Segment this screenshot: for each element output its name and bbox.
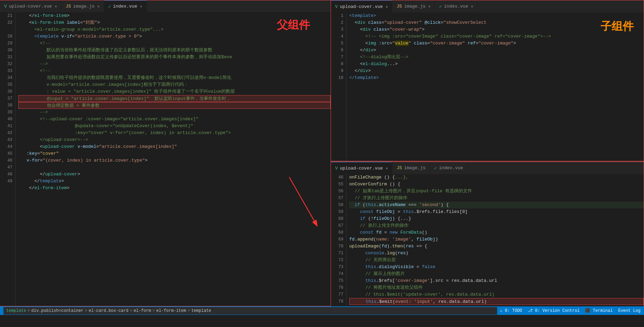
close-icon-rt2[interactable]: ✕ bbox=[428, 4, 431, 9]
close-icon-left2[interactable]: ✕ bbox=[97, 4, 100, 9]
status-todo[interactable]: ⚠ 0: TODO bbox=[500, 308, 522, 313]
arrow-indicator bbox=[282, 174, 324, 230]
breadcrumb-sep2: > bbox=[85, 308, 87, 313]
status-version-control[interactable]: ⎇ 0: Version Control bbox=[528, 308, 580, 313]
right-bottom-line-numbers: 46 55 56 57 58 59 60 67 68 69 70 bbox=[331, 174, 346, 306]
right-bottom-tab-bar: V upload-cover.vue ✕ JS image.js ✓ index… bbox=[331, 162, 644, 174]
svg-line-1 bbox=[289, 177, 317, 225]
breadcrumb-sep3: > bbox=[130, 308, 132, 313]
annotation-child-component: 子组件 bbox=[601, 19, 634, 34]
vue-icon-left1: V bbox=[4, 4, 7, 9]
vue-icon-rt3: ✓ bbox=[439, 4, 442, 9]
right-bottom-panel: V upload-cover.vue ✕ JS image.js ✓ index… bbox=[331, 162, 644, 306]
tab-upload-cover-left[interactable]: V upload-cover.vue ✕ bbox=[0, 0, 61, 12]
breadcrumb-el-form-item: el-form-item bbox=[156, 308, 186, 313]
right-top-line-numbers: 1 2 3 4 5 6 7 8 9 10 bbox=[331, 12, 346, 161]
breadcrumb-el-card: el-card.box-card bbox=[89, 308, 128, 313]
right-editor-panel: V upload-cover.vue ✕ JS image.js ✕ ✓ ind… bbox=[331, 0, 644, 306]
js-icon-rb2: JS bbox=[396, 165, 402, 171]
js-icon-left2: JS bbox=[66, 4, 71, 9]
breadcrumb-bar: template > div.publish=container > el-ca… bbox=[3, 307, 497, 315]
close-icon-rt1[interactable]: ✕ bbox=[386, 4, 388, 9]
js-icon-rt2: JS bbox=[396, 4, 402, 9]
vue-icon-rb3: ✓ bbox=[434, 165, 437, 171]
tab-index-vue-left[interactable]: ✓ index.vue ✕ bbox=[104, 0, 147, 12]
breadcrumb-el-form: el-form bbox=[134, 308, 151, 313]
close-icon-rt3[interactable]: ✕ bbox=[471, 4, 473, 9]
breadcrumb-template: template bbox=[6, 308, 26, 313]
main-window: V upload-cover.vue ✕ JS image.js ✕ ✓ ind… bbox=[0, 0, 644, 327]
right-top-code-area: 1 2 3 4 5 6 7 8 9 10 bbox=[331, 12, 644, 161]
right-bottom-code-area: 46 55 56 57 58 59 60 67 68 69 70 bbox=[331, 174, 644, 306]
right-bottom-code-content: onFileChange () {...}, onCoverConfirm ()… bbox=[346, 174, 644, 306]
left-tab-bar: V upload-cover.vue ✕ JS image.js ✕ ✓ ind… bbox=[0, 0, 331, 12]
breadcrumb-sep4: > bbox=[152, 308, 155, 313]
left-editor-panel: V upload-cover.vue ✕ JS image.js ✕ ✓ ind… bbox=[0, 0, 331, 306]
right-top-panel: V upload-cover.vue ✕ JS image.js ✕ ✓ ind… bbox=[331, 0, 644, 161]
breadcrumb-div-publish: div.publish=container bbox=[31, 308, 83, 313]
close-icon-left3[interactable]: ✕ bbox=[140, 4, 142, 9]
left-line-numbers: 21 22 28 29 30 31 32 33 34 35 36 37 38 bbox=[0, 12, 16, 306]
right-top-code-content: <template> <div class="upload-cover" @cl… bbox=[346, 12, 644, 161]
annotation-parent-component: 父组件 bbox=[277, 18, 310, 33]
tab-upload-cover-right-bottom[interactable]: V upload-cover.vue ✕ bbox=[331, 162, 392, 174]
right-top-tab-bar: V upload-cover.vue ✕ JS image.js ✕ ✓ ind… bbox=[331, 0, 644, 12]
left-code-content: </el-form-item> <el-form-item label="封面"… bbox=[16, 12, 331, 306]
tab-image-js-left[interactable]: JS image.js ✕ bbox=[61, 0, 104, 12]
close-icon-rb1[interactable]: ✕ bbox=[386, 166, 388, 171]
status-event-log[interactable]: Event Log bbox=[618, 308, 641, 313]
status-terminal[interactable]: ⬛ Terminal bbox=[585, 308, 613, 313]
breadcrumb-sep1: > bbox=[28, 308, 30, 313]
vue-icon-left3: ✓ bbox=[108, 4, 111, 9]
status-bar: template > div.publish=container > el-ca… bbox=[0, 306, 644, 315]
breadcrumb-template-end: template bbox=[191, 308, 211, 313]
tab-upload-cover-right-top[interactable]: V upload-cover.vue ✕ bbox=[331, 0, 392, 12]
vue-icon-rb1: V bbox=[335, 166, 338, 171]
tab-image-js-right-top[interactable]: JS image.js ✕ bbox=[392, 0, 435, 12]
status-right-items: ⚠ 0: TODO ⎇ 0: Version Control ⬛ Termina… bbox=[500, 308, 641, 313]
tab-image-js-right-bottom[interactable]: JS image.js bbox=[392, 162, 430, 174]
tab-index-vue-right-bottom[interactable]: ✓ index.vue bbox=[430, 162, 467, 174]
vue-icon-rt1: V bbox=[335, 4, 338, 9]
breadcrumb-sep5: > bbox=[188, 308, 190, 313]
close-icon-left1[interactable]: ✕ bbox=[55, 4, 57, 9]
left-code-area: 21 22 28 29 30 31 32 33 34 35 36 37 38 bbox=[0, 12, 331, 306]
tab-index-vue-right-top[interactable]: ✓ index.vue ✕ bbox=[435, 0, 478, 12]
